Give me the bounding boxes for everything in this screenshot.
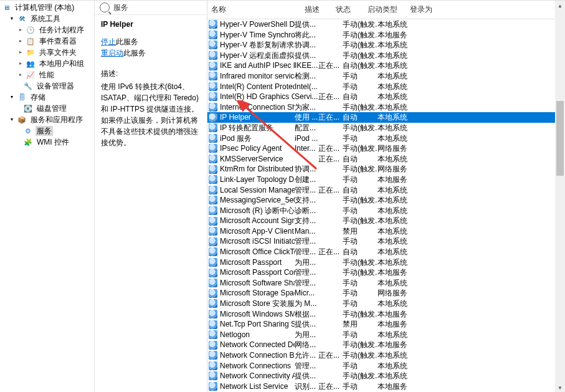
expander-icon[interactable]	[17, 72, 23, 78]
service-desc: Micr...	[295, 288, 318, 299]
expander-icon[interactable]	[17, 61, 23, 67]
tree-performance[interactable]: 📈 性能	[0, 69, 94, 80]
service-row[interactable]: IPsec Policy AgentInter...正在...手动(触发...网…	[207, 143, 565, 154]
service-row[interactable]: Microsoft App-V ClientMan...禁用本地系统	[207, 226, 565, 237]
storage-icon: 🗄	[17, 92, 27, 102]
service-icon	[209, 341, 217, 350]
service-row[interactable]: MessagingService_5e076支持...手动(触发...本地系统	[207, 195, 565, 206]
scrollbar-thumb[interactable]	[556, 101, 564, 176]
service-row[interactable]: Microsoft Passport Container管理...手动(触发..…	[207, 267, 565, 278]
tree-services[interactable]: ⚙ 服务	[0, 125, 94, 136]
tree-local-users[interactable]: 👥 本地用户和组	[0, 58, 94, 69]
service-row[interactable]: Net.Tcp Port Sharing Service提供...禁用本地服务	[207, 319, 565, 330]
service-startup: 手动(触发...	[343, 123, 377, 133]
service-row[interactable]: Local Session Manager管理...正在...自动本地系统	[207, 185, 565, 196]
service-row[interactable]: Intel(R) Content Protection ...Intel(...…	[207, 82, 565, 92]
service-desc: 为 M...	[295, 299, 318, 309]
service-startup: 手动(触发...	[343, 257, 377, 268]
service-row[interactable]: Hyper-V 卷影复制请求程序协调...手动(触发...本地系统	[207, 40, 565, 50]
service-row[interactable]: Intel(R) HD Graphics Contr...Servi...正在.…	[207, 92, 565, 102]
tree-device-manager[interactable]: 🔧 设备管理器	[0, 80, 94, 92]
nav-tree[interactable]: 🖥 计算机管理 (本地) 🛠 系统工具 🕒 任务计划程序 📋 事件查看器 📁 共…	[0, 1, 95, 392]
tree-shared-folders[interactable]: 📁 共享文件夹	[0, 47, 94, 58]
tree-label: 服务和应用程序	[29, 115, 84, 125]
service-row[interactable]: Network Connectivity Assis...提供...手动(触发.…	[207, 371, 565, 381]
service-row[interactable]: Microsoft Storage Spaces S...Micr...手动网络…	[207, 288, 565, 299]
service-icon	[209, 82, 217, 91]
service-icon	[209, 217, 217, 226]
service-row[interactable]: Internet Connection Sharin...为家...手动(触发.…	[207, 102, 565, 113]
service-row[interactable]: IP 转换配置服务配置...手动(触发...本地系统	[207, 123, 565, 133]
service-logon: 本地系统	[377, 19, 415, 30]
service-row[interactable]: Microsoft Store 安装服务为 M...手动本地系统	[207, 299, 565, 309]
column-header-name[interactable]: 名称	[207, 1, 301, 19]
service-icon	[209, 269, 217, 277]
service-row[interactable]: Network List Service识别...正在...手动本地服务	[207, 381, 565, 392]
service-desc: Servi...	[295, 92, 318, 102]
service-startup: 手动	[343, 174, 377, 185]
service-desc: Intel(...	[295, 82, 318, 92]
service-row[interactable]: Microsoft Passport为用...手动(触发...本地系统	[207, 257, 565, 268]
service-icon	[209, 186, 217, 194]
tree-disk-mgmt[interactable]: 💽 磁盘管理	[0, 103, 94, 114]
service-logon: 本地系统	[377, 50, 415, 61]
tree-wmi[interactable]: 🧩 WMI 控件	[0, 136, 94, 148]
tree-task-scheduler[interactable]: 🕒 任务计划程序	[0, 24, 94, 36]
service-row[interactable]: Link-Layer Topology Disco...创建...手动本地服务	[207, 174, 565, 185]
service-row[interactable]: Microsoft Office ClickToRu...管理...正在...自…	[207, 247, 565, 257]
scrollbar-track[interactable]	[555, 11, 565, 383]
service-row[interactable]: Hyper-V Time Synchroniza...将此...手动(触发...…	[207, 30, 565, 41]
service-icon	[209, 103, 217, 112]
expander-icon[interactable]	[9, 117, 14, 123]
column-header-status[interactable]: 状态	[332, 1, 364, 19]
expander-icon[interactable]	[9, 95, 14, 100]
service-status: 正在...	[318, 92, 343, 102]
tree-storage[interactable]: 🗄 存储	[0, 92, 94, 103]
service-row[interactable]: Microsoft (R) 诊断中心标准...诊断...手动本地系统	[207, 206, 565, 216]
tree-event-viewer[interactable]: 📋 事件查看器	[0, 36, 94, 47]
vertical-scrollbar[interactable]: ▲ ▼	[555, 1, 565, 392]
service-desc: 网络...	[295, 340, 318, 350]
service-row[interactable]: Network Connections管理...手动本地系统	[207, 361, 565, 371]
service-name: MessagingService_5e076	[220, 195, 295, 206]
service-row[interactable]: KtmRm for Distributed Tra...协调...手动(触发..…	[207, 164, 565, 174]
service-row[interactable]: iPod 服务iPod ...手动本地系统	[207, 133, 565, 144]
tree-system-tools[interactable]: 🛠 系统工具	[0, 13, 94, 24]
service-row[interactable]: Microsoft Windows SMS 路...根据...手动(触发...本…	[207, 309, 565, 320]
services-rows[interactable]: Hyper-V PowerShell Direct ...提供...手动(触发.…	[207, 19, 565, 391]
search-bar[interactable]: 服务	[95, 1, 207, 15]
expander-icon[interactable]	[17, 27, 23, 33]
service-desc: 管理...	[295, 267, 318, 278]
column-header-desc[interactable]: 描述	[301, 1, 332, 19]
restart-service-link[interactable]: 重启动	[101, 49, 123, 57]
service-row[interactable]: Hyper-V 远程桌面虚拟化服务提供...手动(触发...本地系统	[207, 50, 565, 61]
tree-root[interactable]: 🖥 计算机管理 (本地)	[0, 2, 94, 13]
tree-root-label: 计算机管理 (本地)	[14, 2, 75, 12]
service-row[interactable]: Hyper-V PowerShell Direct ...提供...手动(触发.…	[207, 19, 565, 30]
scroll-down-button[interactable]: ▼	[555, 383, 565, 392]
service-row[interactable]: Infrared monitor service检测...手动本地系统	[207, 71, 565, 82]
service-row[interactable]: Microsoft Software Shadow...管理...手动本地系统	[207, 278, 565, 289]
expander-icon[interactable]	[17, 50, 23, 55]
service-row[interactable]: KMSServerService正在...自动本地系统	[207, 154, 565, 165]
scroll-up-button[interactable]: ▲	[555, 1, 565, 11]
service-row[interactable]: Network Connected Device...网络...手动(触发...…	[207, 340, 565, 350]
service-row[interactable]: IP Helper使用 ...正在...自动本地系统	[207, 112, 565, 123]
service-logon: 本地系统	[377, 60, 415, 71]
service-row[interactable]: Netlogon为用...手动本地系统	[207, 330, 565, 340]
service-logon: 网络服务	[377, 288, 415, 299]
column-header-logon[interactable]: 登录为	[406, 1, 451, 19]
service-row[interactable]: Microsoft Account Sign-in ...支持...手动(触发.…	[207, 216, 565, 226]
service-row[interactable]: Microsoft iSCSI Initiator Ser...管理...手动本…	[207, 236, 565, 247]
service-desc: 创建...	[295, 174, 318, 185]
tree-services-apps[interactable]: 📦 服务和应用程序	[0, 114, 94, 125]
column-header-startup[interactable]: 启动类型	[364, 1, 406, 19]
stop-service-link[interactable]: 停止	[101, 37, 116, 46]
expander-icon[interactable]	[17, 39, 23, 44]
service-logon: 本地系统	[377, 361, 415, 371]
services-icon: ⚙	[23, 126, 33, 136]
service-row[interactable]: Network Connection Broker允许...正在...手动(触发…	[207, 350, 565, 361]
expander-icon[interactable]	[9, 16, 14, 22]
service-logon: 本地系统	[377, 236, 415, 247]
service-row[interactable]: IKE and AuthIP IPsec Keying...IKEE...正在.…	[207, 60, 565, 71]
